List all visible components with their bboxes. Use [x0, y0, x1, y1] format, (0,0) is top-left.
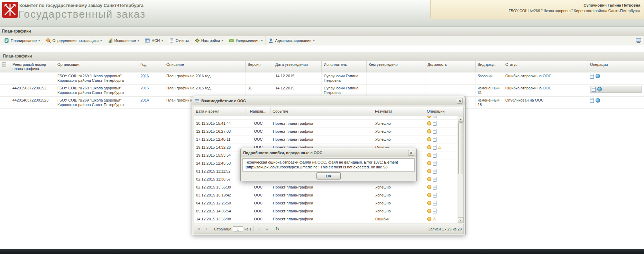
year-link[interactable]: 2014: [140, 98, 149, 102]
scrollbar[interactable]: ▲ ▼: [458, 116, 463, 223]
view-log-icon[interactable]: [592, 87, 596, 92]
log-operations: ⚠: [425, 145, 456, 150]
refresh-icon[interactable]: ↻: [274, 226, 280, 232]
column-executor[interactable]: Исполнитель: [322, 61, 367, 72]
log-row[interactable]: 03.12.2015 16:19:42ООСПроект плана-графи…: [194, 191, 458, 199]
approved-by-cell: [367, 85, 425, 96]
column-approved-by[interactable]: Кем утверждено: [367, 61, 425, 72]
menu-reports[interactable]: Отчеты: [166, 36, 192, 45]
column-select[interactable]: [0, 61, 10, 72]
operations-cell: [588, 85, 644, 96]
column-result[interactable]: Результат: [373, 107, 425, 116]
panel-title: План-графики: [0, 51, 644, 61]
xml-icon[interactable]: [427, 193, 431, 197]
xml-icon[interactable]: [427, 209, 431, 213]
menu-notifications[interactable]: Уведомления ▾: [226, 36, 266, 45]
document-icon[interactable]: [433, 129, 436, 134]
xml-icon[interactable]: [427, 217, 431, 221]
document-icon[interactable]: [433, 116, 436, 118]
log-row[interactable]: 02.12.2015 13:55:39ООСПроект плана-графи…: [194, 183, 458, 191]
page-last-button[interactable]: »: [264, 226, 270, 232]
xml-icon[interactable]: [427, 153, 431, 157]
oos-interaction-icon[interactable]: [596, 98, 600, 103]
xml-icon[interactable]: [427, 161, 431, 165]
menu-extra-button[interactable]: [635, 38, 642, 43]
menu-supplier-determination[interactable]: Определение поставщика ▾: [43, 36, 105, 45]
log-row[interactable]: 12.11.2015 16:27:03ООСПроект плана-графи…: [194, 128, 458, 135]
column-status[interactable]: Статус: [503, 61, 588, 72]
warning-icon[interactable]: ⚠: [433, 217, 436, 221]
menu-planning[interactable]: Планирование ▾: [1, 36, 43, 45]
warning-icon[interactable]: ⚠: [438, 145, 442, 149]
column-reg-number[interactable]: Реестровый номер плана-графика: [10, 61, 55, 72]
xml-icon[interactable]: [427, 169, 431, 173]
close-icon[interactable]: ×: [408, 150, 414, 156]
document-icon[interactable]: [433, 209, 436, 213]
year-link[interactable]: 2015: [140, 86, 149, 90]
log-row[interactable]: 04.12.2015 12:25:50ООСПроект плана-графи…: [194, 199, 458, 207]
page-prev-button[interactable]: ‹: [203, 226, 210, 232]
menu-settings[interactable]: Настройки ▾: [192, 36, 226, 45]
column-year[interactable]: Год: [138, 61, 164, 72]
document-icon[interactable]: [433, 121, 436, 126]
log-row[interactable]: 05.12.2015 14:05:54ООСПроект плана-графи…: [194, 207, 458, 215]
document-icon[interactable]: [433, 177, 436, 182]
log-row[interactable]: 17.11.2015 12:40:11ООСПроект плана-графи…: [194, 135, 458, 143]
document-icon[interactable]: [433, 153, 436, 158]
log-result: Успешно: [373, 201, 425, 205]
document-icon[interactable]: [433, 137, 436, 142]
menu-administration[interactable]: Администрирование ▾: [266, 36, 317, 45]
document-icon[interactable]: [433, 145, 436, 150]
dialog-title-bar[interactable]: Подробности ошибки, переданные с ООС ×: [241, 148, 416, 157]
close-icon[interactable]: ×: [457, 98, 463, 104]
menu-nsi[interactable]: НСИ ▾: [142, 36, 166, 45]
oos-interaction-icon[interactable]: [597, 87, 602, 91]
document-icon[interactable]: [433, 201, 436, 205]
document-icon[interactable]: [433, 193, 436, 198]
column-description[interactable]: Описание: [164, 61, 246, 72]
log-time: 17.11.2015 12:40:11: [194, 137, 246, 141]
document-icon[interactable]: [433, 161, 436, 166]
xml-icon[interactable]: [427, 129, 431, 133]
xml-icon[interactable]: [427, 177, 431, 181]
panel-title-label: План-графики: [3, 54, 32, 59]
scroll-up-icon[interactable]: ▲: [458, 116, 463, 122]
scrollbar-thumb[interactable]: [458, 122, 463, 174]
page-next-button[interactable]: ›: [256, 226, 262, 232]
column-event[interactable]: Событие: [271, 107, 373, 116]
menu-execution[interactable]: Исполнение ▾: [105, 36, 142, 45]
view-log-icon[interactable]: [590, 98, 594, 103]
table-row[interactable]: ГБОУ СОШ №269 "Школа здоровья" Кировског…: [0, 72, 644, 85]
column-organization[interactable]: Организация: [55, 61, 138, 72]
xml-icon[interactable]: [427, 121, 431, 125]
oos-interaction-icon[interactable]: [596, 74, 600, 78]
ok-button[interactable]: OK: [316, 172, 341, 179]
dialog-title-bar[interactable]: Взаимодействие с ООС ×: [192, 96, 465, 105]
column-direction[interactable]: Направ...: [246, 107, 271, 116]
document-icon[interactable]: [433, 185, 436, 190]
column-doc-type[interactable]: Вид доку...: [476, 61, 503, 72]
xml-icon[interactable]: [427, 201, 431, 205]
year-link[interactable]: 2016: [140, 74, 149, 78]
xml-icon[interactable]: [427, 145, 431, 149]
scroll-down-icon[interactable]: ▼: [458, 217, 463, 223]
column-operations[interactable]: Операции: [588, 61, 644, 72]
log-row[interactable]: 10.11.2015 15:41:44ООСПроект плана-графи…: [194, 120, 458, 128]
xml-icon[interactable]: [427, 185, 431, 189]
column-approval-date[interactable]: Дата утверждения: [273, 61, 322, 72]
xml-icon[interactable]: [427, 116, 431, 118]
pager-separator: [212, 226, 212, 232]
column-operations[interactable]: Операции: [425, 107, 456, 116]
column-version[interactable]: Версия: [246, 61, 273, 72]
view-log-icon[interactable]: [590, 74, 594, 79]
page-number-input[interactable]: [233, 226, 243, 232]
column-position[interactable]: Должность: [425, 61, 476, 72]
tab-plan-schedules[interactable]: План-графики: [0, 27, 644, 36]
log-row[interactable]: 14.12.2015 13:56:08ООСПроект плана-графи…: [194, 215, 458, 223]
log-time: 04.12.2015 12:25:50: [194, 201, 246, 205]
page-first-button[interactable]: «: [196, 226, 202, 232]
table-row[interactable]: 4420150372200152... ГБОУ СОШ №269 "Школа…: [0, 85, 644, 97]
xml-icon[interactable]: [427, 137, 431, 141]
column-datetime[interactable]: Дата и время: [194, 107, 246, 116]
document-icon[interactable]: [433, 169, 436, 174]
